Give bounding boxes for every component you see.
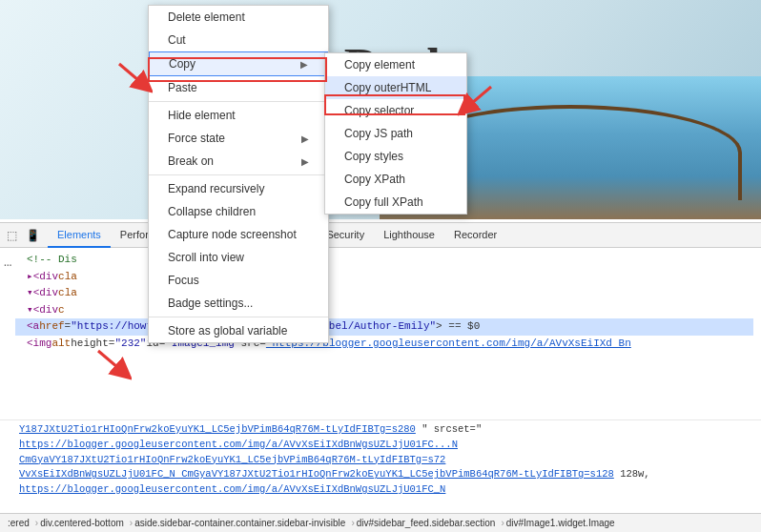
- menu-separator-3: [149, 317, 328, 317]
- menu-store-as-global[interactable]: Store as global variable: [149, 319, 328, 342]
- menu-copy-outerhtml[interactable]: Copy outerHTML: [325, 76, 466, 99]
- force-state-arrow: ▶: [301, 133, 309, 144]
- menu-copy-xpath[interactable]: Copy XPath: [325, 168, 466, 191]
- menu-copy[interactable]: Copy ▶: [149, 51, 328, 76]
- toolbar-icons: ⬚ 📱: [4, 228, 40, 243]
- devtools-toolbar: ⬚ 📱 Elements Performance Memory Applicat…: [0, 223, 761, 248]
- menu-paste[interactable]: Paste: [149, 76, 328, 99]
- status-item-4[interactable]: div#Image1.widget.Image: [506, 518, 615, 528]
- html-line-4: ▾ <div c: [15, 302, 753, 319]
- html-line-5[interactable]: <a href = "https://howtodork.blogspot.co…: [15, 318, 753, 336]
- urls-area: Y187JXtU2Tio1rHIoQnFrw2koEyuYK1_LC5ejbVP…: [0, 419, 761, 496]
- menu-focus[interactable]: Focus: [149, 269, 328, 292]
- menu-copy-element[interactable]: Copy element: [325, 53, 466, 76]
- context-menu-secondary: Copy element Copy outerHTML Copy selecto…: [324, 52, 467, 215]
- menu-cut[interactable]: Cut: [149, 29, 328, 51]
- menu-break-on[interactable]: Break on ▶: [149, 150, 328, 173]
- devtools-panel: ⬚ 📱 Elements Performance Memory Applicat…: [0, 222, 761, 532]
- html-line-2: ▸ <div cla: [15, 269, 753, 286]
- menu-copy-js-path[interactable]: Copy JS path: [325, 122, 466, 145]
- elements-content: … <!-- Dis ▸ <div cla ▾ <div cla ▾ <div …: [0, 248, 761, 419]
- device-icon[interactable]: 📱: [25, 228, 40, 243]
- menu-delete-element[interactable]: Delete element: [149, 6, 328, 29]
- copy-submenu-arrow: ▶: [300, 59, 308, 70]
- status-item-3[interactable]: div#sidebar_feed.sidebar.section: [357, 518, 496, 528]
- html-line-1: <!-- Dis: [15, 252, 753, 269]
- menu-copy-styles[interactable]: Copy styles: [325, 145, 466, 168]
- status-item-2[interactable]: aside.sidebar-container.container.sideba…: [134, 518, 345, 528]
- menu-expand-recursively[interactable]: Expand recursively: [149, 177, 328, 200]
- menu-copy-full-xpath[interactable]: Copy full XPath: [325, 191, 466, 214]
- break-on-arrow: ▶: [301, 156, 309, 167]
- status-bar: :ered › div.centered-bottom › aside.side…: [0, 513, 761, 532]
- html-line-3: ▾ <div cla: [15, 285, 753, 302]
- tab-elements[interactable]: Elements: [48, 223, 111, 248]
- status-item-0[interactable]: :ered: [8, 518, 30, 528]
- menu-force-state[interactable]: Force state ▶: [149, 127, 328, 150]
- menu-hide-element[interactable]: Hide element: [149, 104, 328, 127]
- menu-separator-2: [149, 174, 328, 175]
- tab-lighthouse[interactable]: Lighthouse: [374, 223, 444, 248]
- menu-copy-selector[interactable]: Copy selector: [325, 99, 466, 122]
- menu-collapse-children[interactable]: Collapse children: [149, 200, 328, 223]
- inspect-icon[interactable]: ⬚: [4, 228, 19, 243]
- tab-recorder[interactable]: Recorder: [444, 223, 506, 248]
- context-menu-primary: Delete element Cut Copy ▶ Paste Hide ele…: [148, 5, 329, 343]
- menu-scroll-into-view[interactable]: Scroll into view: [149, 246, 328, 269]
- status-item-1[interactable]: div.centered-bottom: [40, 518, 124, 528]
- menu-separator-1: [149, 101, 328, 102]
- menu-capture-screenshot[interactable]: Capture node screenshot: [149, 223, 328, 246]
- html-line-img: <img alt height = "232" id = "Image1_img…: [15, 336, 753, 353]
- three-dots[interactable]: …: [4, 252, 11, 273]
- menu-badge-settings[interactable]: Badge settings...: [149, 292, 328, 315]
